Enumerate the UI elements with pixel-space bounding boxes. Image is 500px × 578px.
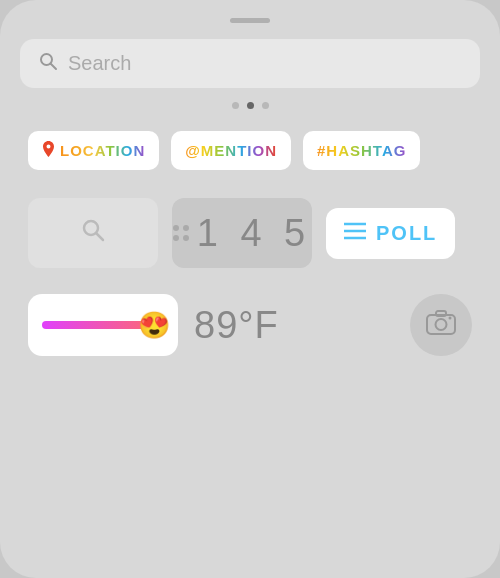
counter-sticker[interactable]: 1 4 5 [172,198,312,268]
middle-stickers-row: 1 4 5 POLL [20,198,480,268]
dot-3 [262,102,269,109]
svg-rect-9 [436,311,446,316]
bottom-row: 😍 89°F [20,294,480,356]
phone-container: Search LOCATION @MENTION #HASHTAG [0,0,500,578]
pagination-dots [232,102,269,109]
svg-point-8 [436,319,447,330]
camera-icon [426,309,456,342]
counter-dots-grid [173,225,189,241]
counter-dot [173,235,179,241]
search-icon [38,51,58,76]
slider-emoji: 😍 [138,310,170,341]
counter-number: 1 4 5 [197,212,312,255]
location-chip[interactable]: LOCATION [28,131,159,170]
dot-2 [247,102,254,109]
search-bar[interactable]: Search [20,39,480,88]
camera-button[interactable] [410,294,472,356]
sticker-chips-row: LOCATION @MENTION #HASHTAG [20,131,480,170]
search-sticker[interactable] [28,198,158,268]
temperature-sticker[interactable]: 89°F [194,304,279,347]
search-placeholder: Search [68,52,131,75]
counter-dot [183,225,189,231]
poll-icon [344,222,366,245]
search-sticker-icon [80,217,106,249]
pin-icon [42,141,55,160]
mention-chip[interactable]: @MENTION [171,131,291,170]
hashtag-chip[interactable]: #HASHTAG [303,131,420,170]
dot-1 [232,102,239,109]
svg-line-1 [51,64,57,70]
slider-sticker[interactable]: 😍 [28,294,178,356]
hashtag-label: #HASHTAG [317,142,406,159]
svg-point-10 [449,316,452,319]
counter-dot [173,225,179,231]
counter-dot [183,235,189,241]
poll-sticker[interactable]: POLL [326,208,455,259]
poll-label: POLL [376,222,437,245]
svg-line-3 [97,234,104,241]
drag-handle [230,18,270,23]
location-label: LOCATION [60,142,145,159]
mention-label: @MENTION [185,142,277,159]
